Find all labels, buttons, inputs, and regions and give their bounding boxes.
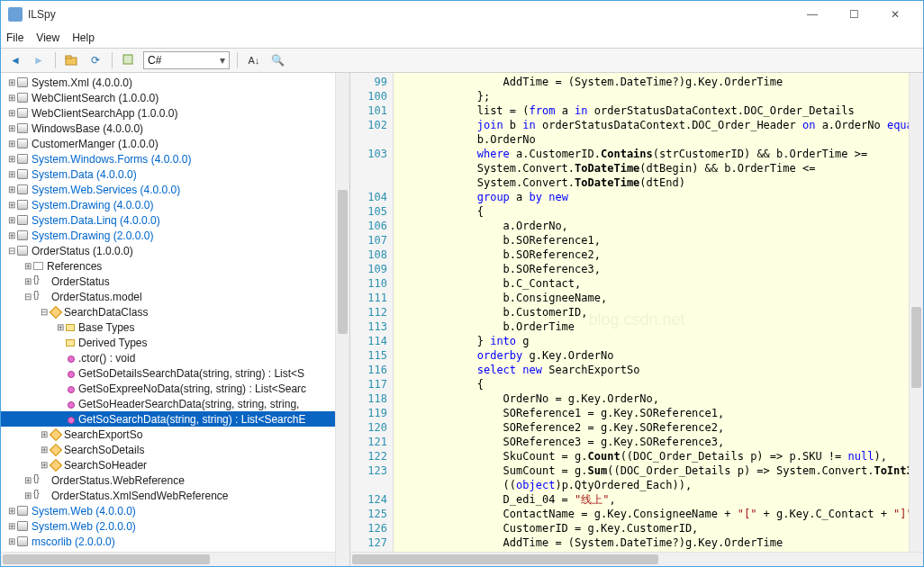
tree-node[interactable]: ⊟SearchDataClass	[1, 304, 349, 320]
refresh-icon[interactable]: ⟳	[86, 51, 104, 69]
sort-icon[interactable]: A↓	[245, 51, 263, 69]
expand-icon[interactable]: ⊞	[6, 123, 17, 133]
expand-icon[interactable]: ⊞	[6, 215, 17, 225]
collapse-icon[interactable]: ⊟	[23, 292, 33, 302]
tree-node[interactable]: ⊞WebClientSearch (1.0.0.0)	[1, 90, 349, 105]
assembly-tree[interactable]: ⊞System.Xml (4.0.0.0)⊞WebClientSearch (1…	[1, 73, 350, 566]
tree-node[interactable]: ⊞OrderStatus	[1, 274, 349, 289]
tree-node[interactable]: Derived Types	[1, 335, 349, 350]
expand-icon[interactable]: ⊞	[39, 445, 50, 454]
chevron-down-icon[interactable]: ▾	[216, 54, 229, 67]
fld-icon	[66, 339, 75, 346]
collapse-icon[interactable]: ⊟	[6, 246, 17, 256]
tree-node[interactable]: ⊞System.Web (2.0.0.0)	[1, 518, 349, 534]
tree-label: System.Web (2.0.0.0)	[32, 520, 136, 533]
scroll-thumb[interactable]	[352, 554, 658, 564]
separator	[112, 52, 113, 68]
tree-node[interactable]: ⊞System.Web (4.0.0.0)	[1, 503, 349, 518]
expand-icon[interactable]: ⊞	[23, 276, 33, 286]
back-button[interactable]: ◄	[6, 51, 24, 69]
tree-node[interactable]: ⊞OrderStatus.WebReference	[1, 472, 349, 488]
expand-icon[interactable]: ⊞	[39, 429, 50, 439]
search-icon[interactable]: 🔍	[268, 51, 286, 69]
tree-node[interactable]: GetSoSearchData(string, string) : List<S…	[1, 411, 349, 427]
asm-icon	[17, 93, 28, 103]
expand-icon[interactable]: ⊞	[55, 322, 66, 332]
code-scrollbar-horizontal[interactable]	[350, 552, 923, 566]
expand-icon[interactable]: ⊞	[23, 475, 33, 485]
expand-icon[interactable]: ⊞	[6, 536, 17, 546]
scroll-thumb[interactable]	[3, 554, 210, 564]
tree-node[interactable]: ⊞WindowsBase (4.0.0.0)	[1, 121, 349, 136]
collapse-icon[interactable]: ⊟	[39, 307, 50, 317]
tree-label: Base Types	[78, 321, 134, 334]
tree-node[interactable]: ⊞SearchExportSo	[1, 427, 349, 442]
ns-icon	[33, 275, 48, 288]
expand-icon[interactable]: ⊞	[6, 139, 17, 148]
tree-label: WebClientSearchApp (1.0.0.0)	[32, 107, 178, 120]
tree-node[interactable]: GetSoDetailsSearchData(string, string) :…	[1, 365, 349, 381]
asm-icon	[17, 184, 28, 194]
tree-label: References	[47, 260, 102, 273]
expand-icon[interactable]: ⊞	[6, 169, 17, 179]
code-pane: 99 100 101 102 103 104 105 106 107 108 1…	[350, 73, 923, 566]
menu-file[interactable]: File	[6, 32, 23, 44]
expand-icon[interactable]: ⊞	[6, 93, 17, 103]
expand-icon[interactable]: ⊞	[6, 521, 17, 531]
tree-node[interactable]: ⊞mscorlib (2.0.0.0)	[1, 534, 349, 549]
svg-rect-2	[123, 55, 132, 64]
asm-icon	[17, 200, 28, 210]
minimize-button[interactable]: —	[792, 1, 833, 28]
tree-node[interactable]: ⊞System.Drawing (4.0.0.0)	[1, 197, 349, 212]
expand-icon[interactable]: ⊞	[6, 108, 17, 118]
tree-node[interactable]: GetSoHeaderSearchData(string, string, st…	[1, 396, 349, 411]
tree-node[interactable]: ⊞System.Web.Services (4.0.0.0)	[1, 182, 349, 197]
tree-node[interactable]: ⊞System.Drawing (2.0.0.0)	[1, 228, 349, 243]
open-icon[interactable]	[63, 51, 81, 69]
tree-label: WebClientSearch (1.0.0.0)	[32, 92, 159, 104]
expand-icon[interactable]: ⊞	[39, 460, 50, 470]
close-button[interactable]: ✕	[874, 1, 916, 28]
code-text[interactable]: AddTime = (System.DateTime?)g.Key.OrderT…	[394, 73, 923, 566]
tree-node[interactable]: ⊞System.Xml (4.0.0.0)	[1, 75, 349, 90]
expand-icon[interactable]: ⊞	[6, 230, 17, 240]
maximize-button[interactable]: ☐	[833, 1, 874, 28]
tree-node[interactable]: ⊞SearchSoDetails	[1, 442, 349, 457]
expand-icon[interactable]: ⊞	[23, 490, 33, 500]
expand-icon[interactable]: ⊞	[23, 261, 33, 271]
expand-icon[interactable]: ⊞	[6, 77, 17, 87]
menu-help[interactable]: Help	[72, 32, 95, 44]
tree-node[interactable]: ⊞System.Data.Linq (4.0.0.0)	[1, 212, 349, 228]
tree-scrollbar-horizontal[interactable]	[1, 552, 335, 566]
tree-node[interactable]: ⊞CustomerManger (1.0.0.0)	[1, 136, 349, 151]
expand-icon[interactable]: ⊞	[6, 154, 17, 164]
code-scrollbar-vertical[interactable]	[909, 73, 923, 552]
svg-rect-1	[66, 56, 71, 58]
tree-node[interactable]: .ctor() : void	[1, 350, 349, 365]
tree-scrollbar-vertical[interactable]	[335, 73, 349, 566]
scroll-thumb[interactable]	[911, 307, 921, 388]
class-icon	[50, 306, 62, 319]
language-input[interactable]	[144, 54, 216, 67]
menu-view[interactable]: View	[36, 32, 59, 44]
tree-node[interactable]: ⊟OrderStatus.model	[1, 289, 349, 304]
tree-node[interactable]: ⊞System.Data (4.0.0.0)	[1, 166, 349, 182]
assemblies-icon[interactable]	[120, 51, 138, 69]
tree-node[interactable]: ⊞System.Windows.Forms (4.0.0.0)	[1, 151, 349, 166]
forward-button[interactable]: ►	[30, 51, 48, 69]
tree-label: SearchDataClass	[64, 306, 148, 319]
tree-label: GetSoSearchData(string, string) : List<S…	[78, 413, 305, 426]
tree-node[interactable]: ⊞OrderStatus.XmlSendWebReference	[1, 488, 349, 503]
tree-node[interactable]: ⊞SearchSoHeader	[1, 457, 349, 472]
tree-node[interactable]: GetSoExpreeNoData(string, string) : List…	[1, 381, 349, 396]
tree-node[interactable]: ⊞Base Types	[1, 320, 349, 335]
scroll-thumb[interactable]	[338, 190, 348, 334]
language-combo[interactable]: ▾	[143, 51, 230, 69]
expand-icon[interactable]: ⊞	[6, 506, 17, 516]
ns-icon	[33, 291, 48, 303]
tree-node[interactable]: ⊞WebClientSearchApp (1.0.0.0)	[1, 105, 349, 121]
expand-icon[interactable]: ⊞	[6, 184, 17, 194]
tree-node[interactable]: ⊟OrderStatus (1.0.0.0)	[1, 243, 349, 258]
tree-node[interactable]: ⊞References	[1, 258, 349, 274]
expand-icon[interactable]: ⊞	[6, 200, 17, 210]
